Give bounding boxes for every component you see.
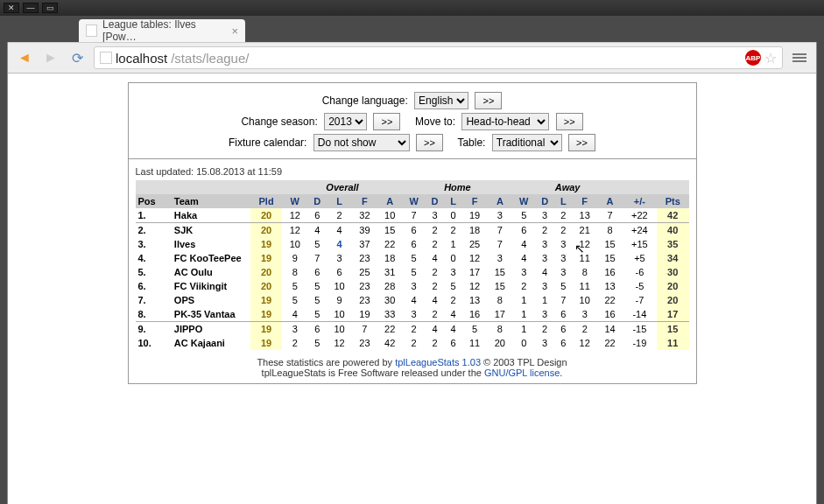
cell-hm1: 4	[426, 322, 445, 337]
cell-team: AC Oulu	[172, 265, 250, 279]
col-aw-w: W	[512, 194, 535, 208]
cell-team: Ilves	[172, 237, 250, 251]
cell-hm2: 0	[445, 251, 462, 265]
move-select[interactable]: Head-to-head	[461, 113, 549, 130]
col-hm-f: F	[462, 194, 488, 208]
cell-pm: -19	[623, 336, 657, 350]
cell-aw4: 22	[597, 336, 623, 350]
table-row: 9.JIPPO19361072224458126214-1515	[136, 322, 689, 337]
table-select[interactable]: Traditional	[492, 134, 562, 151]
cell-ov3: 23	[352, 251, 377, 265]
table-label: Table:	[457, 136, 485, 149]
browser-tab[interactable]: League tables: Ilves [Pow… ×	[79, 19, 245, 42]
cell-aw4: 16	[597, 307, 623, 322]
cell-pos: 9.	[136, 322, 172, 337]
table-row: 6.FC Viikingit205510232832512152351113-5…	[136, 279, 689, 293]
cell-ov1: 5	[307, 237, 327, 251]
cell-pm: -5	[623, 279, 657, 293]
cell-ov4: 42	[377, 336, 403, 350]
page-icon	[100, 52, 112, 64]
cell-hm1: 2	[426, 265, 445, 279]
fixture-select[interactable]: Do not show	[313, 134, 410, 151]
cell-aw2: 6	[554, 307, 572, 322]
forward-button: ►	[41, 48, 60, 67]
col-aw-l: L	[554, 194, 572, 208]
cell-hm2: 0	[445, 208, 462, 223]
cell-ov2: 9	[327, 293, 352, 307]
cell-ov1: 4	[307, 223, 327, 238]
cell-hm4: 3	[487, 251, 512, 265]
cell-pts: 20	[657, 293, 689, 307]
tab-close-icon[interactable]: ×	[231, 24, 238, 38]
cell-ov3: 23	[352, 336, 377, 350]
cell-team: FC Viikingit	[172, 279, 250, 293]
cell-aw3: 11	[572, 251, 597, 265]
menu-button[interactable]	[790, 48, 809, 67]
cell-hm1: 4	[426, 293, 445, 307]
back-button[interactable]: ◄	[15, 48, 34, 67]
cell-aw4: 8	[597, 223, 623, 238]
col-hm-d: D	[426, 194, 445, 208]
cell-hm1: 2	[426, 237, 445, 251]
season-label: Change season:	[241, 116, 317, 128]
cell-pm: +15	[623, 237, 657, 251]
cell-pts: 42	[657, 208, 689, 223]
cell-team: OPS	[172, 293, 250, 307]
col-ov-d: D	[307, 194, 327, 208]
cell-hm0: 5	[403, 251, 426, 265]
move-go-button[interactable]: >>	[556, 113, 583, 130]
cell-pm: -14	[623, 307, 657, 322]
cell-ov1: 6	[307, 208, 327, 223]
cell-pm: +5	[623, 251, 657, 265]
cell-aw4: 22	[597, 293, 623, 307]
win-max-button[interactable]: ▭	[42, 3, 58, 13]
cell-pos: 8.	[136, 307, 172, 322]
bookmark-icon[interactable]: ☆	[764, 50, 777, 66]
win-min-button[interactable]: ―	[23, 3, 39, 13]
season-select[interactable]: 2013	[324, 113, 367, 130]
cell-aw3: 12	[572, 237, 597, 251]
cell-hm3: 13	[462, 293, 488, 307]
cell-ov2: 10	[327, 307, 352, 322]
cell-ov0: 9	[282, 251, 307, 265]
cell-aw1: 3	[535, 279, 554, 293]
cell-aw2: 2	[554, 223, 572, 238]
cell-pts: 40	[657, 223, 689, 238]
cell-aw0: 1	[512, 293, 535, 307]
win-close-button[interactable]: ✕	[4, 3, 19, 13]
cell-ov0: 8	[282, 265, 307, 279]
cell-pld: 20	[250, 279, 283, 293]
season-go-button[interactable]: >>	[373, 113, 400, 130]
cell-aw0: 2	[512, 279, 535, 293]
abp-icon[interactable]: ABP	[745, 50, 761, 66]
lang-go-button[interactable]: >>	[475, 92, 502, 109]
cell-hm0: 6	[403, 223, 426, 238]
cell-ov0: 5	[282, 279, 307, 293]
cell-hm4: 8	[487, 322, 512, 337]
move-label: Move to:	[415, 116, 455, 128]
cell-aw0: 3	[512, 265, 535, 279]
lang-select[interactable]: English	[414, 92, 468, 109]
cell-pm: -7	[623, 293, 657, 307]
cell-hm2: 4	[445, 322, 462, 337]
cell-ov1: 5	[307, 279, 327, 293]
table-row: 3.Ilves19105437226212574331215+1535	[136, 237, 689, 251]
cell-hm4: 15	[487, 265, 512, 279]
col-hm-a: A	[487, 194, 512, 208]
fixture-go-button[interactable]: >>	[416, 134, 443, 151]
cell-aw2: 3	[554, 237, 572, 251]
address-bar[interactable]: localhost/stats/league/ ABP ☆	[94, 46, 783, 69]
table-row: 1.Haka2012623210730193532137+2242	[136, 208, 689, 223]
table-go-button[interactable]: >>	[568, 134, 595, 151]
cell-ov2: 4	[327, 223, 352, 238]
cell-aw0: 1	[512, 322, 535, 337]
powered-link[interactable]: tplLeagueStats 1.03	[395, 357, 481, 368]
license-link[interactable]: GNU/GPL license	[484, 368, 560, 378]
cell-aw1: 3	[535, 237, 554, 251]
footer: These statistics are powered by tplLeagu…	[129, 352, 696, 383]
reload-button[interactable]: ⟳	[67, 48, 87, 67]
col-ov-l: L	[327, 194, 352, 208]
fixture-label: Fixture calendar:	[229, 136, 306, 149]
cell-ov3: 23	[352, 293, 377, 307]
cell-team: JIPPO	[172, 322, 250, 337]
